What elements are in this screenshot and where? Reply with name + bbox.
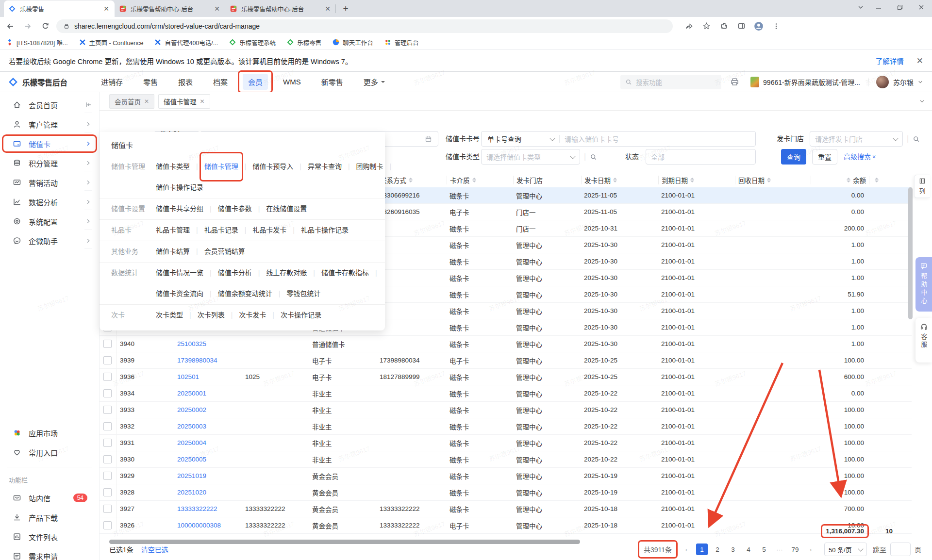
flyout-item-储值卡存款指标[interactable]: 储值卡存款指标 <box>321 263 369 283</box>
chevron-right-icon[interactable] <box>84 174 92 191</box>
warning-close-icon[interactable]: ✕ <box>916 56 923 66</box>
flyout-item-储值卡类型[interactable]: 储值卡类型 <box>156 156 190 177</box>
flyout-item-会员营销结算[interactable]: 会员营销结算 <box>204 241 245 262</box>
flyout-item-线上存款对账[interactable]: 线上存款对账 <box>266 263 307 283</box>
chevron-right-icon[interactable] <box>84 135 92 152</box>
bookmark-item[interactable]: [ITS-1087820] 唯... <box>6 38 68 47</box>
workspace-tabs-chevron-icon[interactable] <box>919 98 925 104</box>
close-window-button[interactable] <box>911 0 932 15</box>
printer-icon[interactable] <box>727 75 742 89</box>
tab-close-icon[interactable]: ✕ <box>324 5 332 13</box>
table-row[interactable]: 394025100325普通储值卡磁条卡管理中心2025-10-302100-0… <box>100 336 912 352</box>
flyout-item-次卡类型[interactable]: 次卡类型 <box>156 305 183 326</box>
column-header-balance[interactable]: 余额 <box>811 176 869 184</box>
flyout-item-礼品卡记录[interactable]: 礼品卡记录 <box>204 220 238 241</box>
page-button-79[interactable]: 79 <box>789 544 801 555</box>
bookmark-star-icon[interactable] <box>699 19 714 33</box>
minimize-button[interactable] <box>868 0 889 15</box>
column-settings-tab[interactable]: 列 <box>914 175 930 198</box>
profile-avatar[interactable] <box>751 19 766 33</box>
share-icon[interactable] <box>682 19 696 33</box>
table-row[interactable]: 393917398980034电子卡17398980034电子卡管理中心2025… <box>100 352 912 369</box>
cell-cb[interactable] <box>100 484 117 500</box>
nav-item-更多[interactable]: 更多 <box>364 77 385 87</box>
table-row[interactable]: 393220250003非业主磁条卡管理中心2025-10-222100-01-… <box>100 418 912 435</box>
learn-more-link[interactable]: 了解详情 <box>876 56 904 66</box>
jump-page-input[interactable] <box>890 543 911 556</box>
flyout-item-团购制卡[interactable]: 团购制卡 <box>356 156 383 177</box>
flyout-item-次卡列表[interactable]: 次卡列表 <box>198 305 225 326</box>
cell-cb[interactable] <box>100 385 117 401</box>
workspace-tab-会员首页[interactable]: 会员首页✕ <box>109 94 154 109</box>
row-checkbox[interactable] <box>103 505 112 513</box>
flyout-item-零钱包统计[interactable]: 零钱包统计 <box>286 283 320 304</box>
card-no-combo-input[interactable]: 单卡号查询 请输入储值卡卡号 <box>481 131 756 147</box>
nav-item-进销存[interactable]: 进销存 <box>101 77 123 87</box>
flyout-item-储值卡参数[interactable]: 储值卡参数 <box>218 198 252 219</box>
store-select[interactable]: 请选择发卡门店 <box>810 131 903 147</box>
bookmark-item[interactable]: 乐檬管理系统 <box>229 38 276 47</box>
cell-cb[interactable] <box>100 336 117 352</box>
flyout-item-礼品卡发卡[interactable]: 礼品卡发卡 <box>252 220 286 241</box>
clear-selection-link[interactable]: 清空已选 <box>141 544 168 554</box>
tab-search-chevron-icon[interactable] <box>857 4 864 11</box>
bookmark-item[interactable]: 自管代理400电话/... <box>154 38 218 47</box>
reload-icon[interactable] <box>38 19 52 33</box>
column-header-extra[interactable] <box>869 176 902 184</box>
status-select[interactable]: 全部 <box>646 149 756 165</box>
table-row[interactable]: 393020250005非业主磁条卡管理中心2025-10-222100-01-… <box>100 451 912 468</box>
cell-cb[interactable] <box>100 352 117 368</box>
chevron-right-icon[interactable] <box>84 194 92 210</box>
workspace-tab-储值卡管理[interactable]: 储值卡管理✕ <box>158 94 210 109</box>
cell-card[interactable]: 13333322222 <box>174 501 242 517</box>
sidebar-item-客户管理[interactable]: 客户管理 <box>0 115 99 134</box>
table-row[interactable]: 39271333332222213333322222黄金会员1333332222… <box>100 501 912 517</box>
row-checkbox[interactable] <box>103 439 112 447</box>
cell-card[interactable]: 25100325 <box>174 336 242 352</box>
nav-item-WMS[interactable]: WMS <box>283 78 301 86</box>
nav-item-新零售[interactable]: 新零售 <box>321 77 343 87</box>
page-button-2[interactable]: 2 <box>712 544 723 555</box>
cell-cb[interactable] <box>100 501 117 517</box>
cell-card[interactable]: 102501 <box>174 369 242 385</box>
sidebar-item-数据分析[interactable]: 数据分析 <box>0 192 99 212</box>
help-center-float-button[interactable]: 帮助中心 <box>915 257 932 312</box>
sidebar-item-常用入口[interactable]: 常用入口 <box>0 443 99 462</box>
sidebar-item-站内信[interactable]: 站内信54 <box>0 488 99 508</box>
table-row[interactable]: 39361025011025电子卡18127889999磁条卡管理中心2025-… <box>100 369 912 385</box>
workspace-tab-close-icon[interactable]: ✕ <box>144 98 149 105</box>
flyout-item-储值卡操作记录[interactable]: 储值卡操作记录 <box>156 177 203 198</box>
row-checkbox[interactable] <box>103 488 112 496</box>
sidebar-item-企微助手[interactable]: 企微助手 <box>0 231 99 250</box>
page-button-4[interactable]: 4 <box>743 544 754 555</box>
query-button[interactable]: 查询 <box>781 149 806 165</box>
flyout-item-储值卡结算[interactable]: 储值卡结算 <box>156 241 190 262</box>
user-menu[interactable]: 苏尔银 <box>876 76 923 88</box>
cell-cb[interactable] <box>100 402 117 418</box>
cell-card[interactable]: 20250002 <box>174 402 242 418</box>
row-checkbox[interactable] <box>103 455 112 463</box>
table-row[interactable]: 393320250002非业主磁条卡管理中心2025-10-222100-01-… <box>100 402 912 418</box>
nav-item-档案[interactable]: 档案 <box>213 77 228 87</box>
bookmark-item[interactable]: 乐檬零售 <box>286 38 321 47</box>
sidebar-item-产品下载[interactable]: 产品下载 <box>0 508 99 527</box>
collapse-icon[interactable] <box>84 97 92 113</box>
table-row[interactable]: 392920251019黄金会员磁条卡管理中心2025-10-192100-01… <box>100 468 912 484</box>
column-header-expire[interactable]: 到期日期 <box>658 176 735 184</box>
tenant-switcher[interactable]: 99661-新界面果蔬版测试-管理... <box>750 77 860 87</box>
flyout-item-礼品卡管理[interactable]: 礼品卡管理 <box>156 220 190 241</box>
nav-item-会员[interactable]: 会员 <box>243 74 268 90</box>
column-header-medium[interactable]: 卡介质 <box>447 176 513 184</box>
chevron-right-icon[interactable] <box>84 213 92 230</box>
cell-cb[interactable] <box>100 468 117 484</box>
app-logo[interactable]: 乐檬零售后台 <box>8 77 67 87</box>
row-checkbox[interactable] <box>103 389 112 397</box>
url-bar[interactable]: sharec.lemengcloud.com/crm/stored-value-… <box>56 19 673 33</box>
sidebar-item-储值卡[interactable]: 储值卡 <box>0 134 99 153</box>
row-checkbox[interactable] <box>103 422 112 430</box>
row-checkbox[interactable] <box>103 406 112 414</box>
table-row[interactable]: 393420250001非业主磁条卡管理中心2025-10-222100-01-… <box>100 385 912 402</box>
column-header-issue[interactable]: 发卡日期 <box>581 176 658 184</box>
page-size-select[interactable]: 50 条/页 <box>824 543 867 556</box>
flyout-item-异常卡查询[interactable]: 异常卡查询 <box>308 156 342 177</box>
